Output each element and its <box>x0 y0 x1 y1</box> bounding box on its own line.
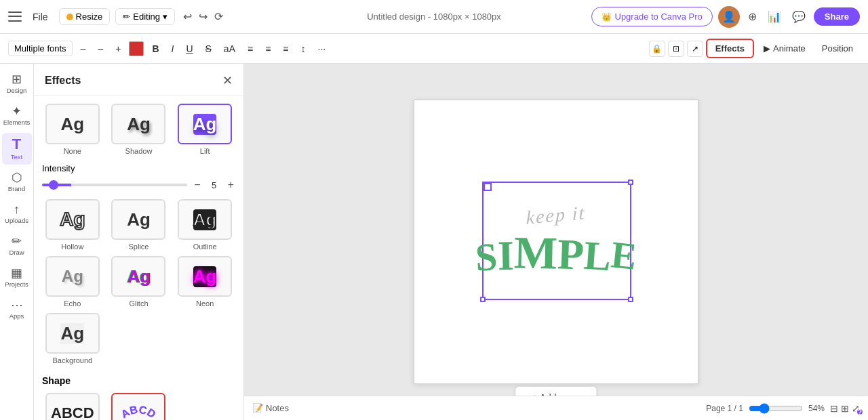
shape-none-card[interactable]: ABCD None <box>42 393 103 420</box>
effect-background-label: Background <box>52 356 92 364</box>
style-shadow-card[interactable]: Ag Shadow <box>108 104 170 155</box>
panel-body: Ag None Ag Shadow Ag Lift <box>34 96 243 420</box>
curve-text-fallback: ABCD <box>119 404 158 420</box>
font-size-field[interactable]: – <box>94 41 107 56</box>
brand-icon: ⬡ <box>12 171 22 184</box>
effect-neon-card[interactable]: Ag Neon <box>174 256 235 308</box>
hollow-preview: Ag <box>60 209 85 230</box>
color-picker[interactable] <box>129 41 144 56</box>
effects-grid: Ag Hollow Ag Splice Ag Outline <box>42 199 235 364</box>
letter-s: S <box>475 234 499 280</box>
main-layout: ⊞ Design ✦ Elements T Text ⬡ Brand ↑ Upl… <box>0 64 868 420</box>
effect-echo-card[interactable]: Ag Echo <box>42 256 103 308</box>
shape-section-title: Shape <box>42 375 235 386</box>
canvas-area[interactable]: keep it S I M P L E ↻ + Add page 📝 Notes <box>244 64 868 420</box>
lock-icon-3[interactable]: ↗ <box>687 41 703 57</box>
style-grid: Ag None Ag Shadow Ag Lift <box>42 104 235 155</box>
align-center-button[interactable]: ≡ <box>261 41 275 56</box>
analytics-button[interactable]: 📊 <box>765 7 784 26</box>
style-lift-card[interactable]: Ag Lift <box>174 104 235 155</box>
canvas-text-group[interactable]: keep it S I M P L E <box>475 205 636 280</box>
view-buttons: ⊟ ⊞ ⤢ <box>830 403 860 414</box>
none-preview: Ag <box>60 114 84 135</box>
menu-icon[interactable] <box>8 10 22 24</box>
sidebar-item-text[interactable]: T Text <box>2 133 32 165</box>
handle-bottom-left[interactable] <box>480 297 486 302</box>
simple-text[interactable]: S I M P L E <box>475 226 636 280</box>
sidebar-item-projects[interactable]: ▦ Projects <box>2 263 32 292</box>
position-button[interactable]: Position <box>815 40 860 57</box>
italic-button[interactable]: I <box>167 41 178 56</box>
handle-bottom-right[interactable] <box>628 297 633 302</box>
list-view-button[interactable]: ⊞ <box>841 403 849 414</box>
sidebar-item-draw[interactable]: ✏ Draw <box>2 231 32 260</box>
sidebar-label-projects: Projects <box>5 280 28 288</box>
strikethrough-button[interactable]: S <box>201 41 216 56</box>
lock-icon-2[interactable]: ⊡ <box>668 41 684 57</box>
close-panel-button[interactable]: ✕ <box>222 73 233 88</box>
upgrade-label: Upgrade to Canva Pro <box>615 12 703 22</box>
spacing-button[interactable]: ↕ <box>297 41 310 56</box>
style-none-label: None <box>64 147 81 155</box>
help-button[interactable]: ? <box>857 409 863 415</box>
intensity-slider[interactable] <box>42 184 187 186</box>
effect-outline-card[interactable]: Ag Outline <box>174 199 235 251</box>
lock-icon-1[interactable]: 🔒 <box>649 41 665 57</box>
formatting-toolbar: Multiple fonts – – + B I U S aA ≡ ≡ ≡ ↕ … <box>0 34 868 64</box>
intensity-increase-button[interactable]: + <box>226 179 235 191</box>
effect-background-card[interactable]: Ag Background <box>42 313 103 364</box>
add-collaborator-button[interactable]: ⊕ <box>745 7 760 26</box>
file-menu-button[interactable]: File <box>27 9 54 25</box>
sidebar-item-brand[interactable]: ⬡ Brand <box>2 167 32 196</box>
notes-button[interactable]: 📝 Notes <box>252 403 289 413</box>
intensity-section: Intensity − 5 + <box>42 163 235 191</box>
underline-button[interactable]: U <box>182 41 197 56</box>
sidebar-item-apps[interactable]: ⋯ Apps <box>2 295 32 324</box>
share-button[interactable]: Share <box>814 7 860 26</box>
style-none-card[interactable]: Ag None <box>42 104 103 155</box>
align-left-button[interactable]: ≡ <box>243 41 257 56</box>
redo-button[interactable]: ↪ <box>196 7 210 26</box>
handle-top-right[interactable] <box>628 180 633 185</box>
document-title: Untitled design - 1080px × 1080px <box>367 12 501 22</box>
effect-echo-thumb: Ag <box>45 256 100 297</box>
background-preview: Ag <box>60 323 84 344</box>
user-avatar[interactable]: 👤 <box>718 6 740 28</box>
sidebar-item-elements[interactable]: ✦ Elements <box>2 101 32 130</box>
resize-button[interactable]: Resize <box>59 8 111 25</box>
effect-splice-thumb: Ag <box>111 199 165 240</box>
bold-button[interactable]: B <box>148 41 163 56</box>
undo-button[interactable]: ↩ <box>180 7 195 26</box>
shape-curve-card[interactable]: ABCD ABCD Curve <box>108 393 170 420</box>
comments-button[interactable]: 💬 <box>789 7 808 26</box>
animate-button[interactable]: ▶ Animate <box>757 40 812 57</box>
zoom-level: 54% <box>808 404 825 413</box>
history-button[interactable]: ⟳ <box>212 7 226 26</box>
effect-glitch-card[interactable]: Ag Glitch <box>108 256 170 308</box>
case-button[interactable]: aA <box>220 41 239 56</box>
sidebar-item-design[interactable]: ⊞ Design <box>2 69 32 98</box>
intensity-value: 5 <box>208 180 221 190</box>
resize-label: Resize <box>76 12 103 22</box>
effects-button[interactable]: Effects <box>706 39 754 58</box>
editing-button[interactable]: ✏ Editing ▾ <box>115 8 175 25</box>
sidebar-item-uploads[interactable]: ↑ Uploads <box>2 199 32 228</box>
grid-view-button[interactable]: ⊟ <box>830 403 838 414</box>
effect-splice-card[interactable]: Ag Splice <box>108 199 170 251</box>
more-button[interactable]: ··· <box>314 41 330 56</box>
lift-preview: Ag <box>193 114 217 135</box>
effect-hollow-card[interactable]: Ag Hollow <box>42 199 103 251</box>
font-size-increase[interactable]: + <box>111 41 125 56</box>
page-number: Page 1 / 1 <box>706 404 743 413</box>
font-size-decrease[interactable]: – <box>77 41 90 56</box>
intensity-decrease-button[interactable]: − <box>193 179 201 191</box>
echo-preview: Ag <box>62 267 83 286</box>
style-lift-thumb: Ag <box>178 104 232 144</box>
zoom-slider[interactable] <box>749 403 803 414</box>
font-selector[interactable]: Multiple fonts <box>8 41 73 56</box>
align-justify-button[interactable]: ≡ <box>279 41 292 56</box>
canvas-wrapper[interactable]: keep it S I M P L E ↻ <box>414 100 698 384</box>
chevron-down-icon: ▾ <box>163 12 167 22</box>
upgrade-button[interactable]: 👑 Upgrade to Canva Pro <box>591 7 713 26</box>
animate-label: Animate <box>773 43 806 54</box>
